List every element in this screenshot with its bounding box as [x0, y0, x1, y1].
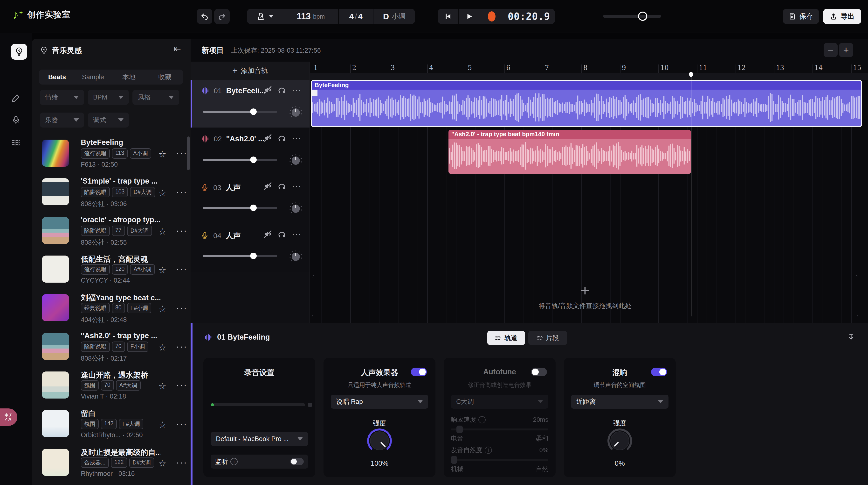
more-options-icon[interactable]: ···: [176, 148, 187, 159]
audio-clip[interactable]: ''Ash2.0' - trap type beat bpm140 fmin: [448, 130, 691, 174]
monitor-toggle[interactable]: [290, 458, 304, 465]
skip-to-start-button[interactable]: [438, 9, 458, 24]
volume-thumb[interactable]: [250, 109, 257, 115]
filter-调式[interactable]: 调式: [88, 113, 129, 127]
mute-button[interactable]: [264, 134, 272, 142]
metronome-button[interactable]: [247, 9, 283, 24]
filter-风格[interactable]: 风格: [132, 90, 179, 105]
library-tab-1[interactable]: Beats: [39, 69, 75, 85]
favorite-star-icon[interactable]: ☆: [158, 381, 166, 391]
pan-knob[interactable]: [289, 250, 303, 263]
more-options-icon[interactable]: ···: [176, 187, 187, 197]
bpm-control[interactable]: 113 bpm: [283, 9, 338, 24]
zoom-out-button[interactable]: −: [824, 43, 838, 57]
more-options-icon[interactable]: ···: [176, 380, 187, 391]
track-header-04[interactable]: 04 人声 ···: [191, 224, 310, 272]
more-options-icon[interactable]: ···: [176, 457, 187, 468]
list-item[interactable]: ''Ash2.0' - trap type ... 陷阱说唱 70 F小调 80…: [37, 330, 186, 367]
list-item[interactable]: 低配生活，高配灵魂 流行说唱 120 A#小调 CYCYCY · 02:44 ☆…: [37, 253, 186, 289]
list-item[interactable]: 刘福Yang type beat c... 经典说唱 80 F#小调 404公社…: [37, 291, 186, 328]
track-menu-icon[interactable]: ···: [292, 85, 302, 94]
list-item[interactable]: 及时止损是最高级的自... 合成器... 122 D#大调 Rhythmoor …: [37, 446, 186, 483]
input-device-select[interactable]: Default - MacBook Pro ...: [211, 432, 308, 446]
list-item[interactable]: 留白 氛围 142 F#大调 OrbictRhyto... · 02:50 ☆ …: [37, 407, 186, 444]
favorite-star-icon[interactable]: ☆: [158, 304, 166, 314]
play-button[interactable]: [459, 9, 480, 24]
volume-thumb[interactable]: [250, 253, 257, 259]
strength-knob[interactable]: [366, 428, 393, 454]
solo-headphones-button[interactable]: [277, 230, 286, 238]
more-options-icon[interactable]: ···: [176, 419, 187, 429]
pan-knob[interactable]: [289, 202, 303, 216]
vocal-effects-toggle[interactable]: [411, 368, 427, 376]
autotune-key-select[interactable]: C大调: [451, 395, 548, 409]
list-item[interactable]: 逢山开路，遇水架桥 氛围 70 A#大调 Vivian T · 02:18 ☆ …: [37, 369, 186, 405]
volume-slider[interactable]: [203, 255, 277, 257]
volume-thumb[interactable]: [250, 205, 257, 211]
reverb-strength-knob[interactable]: [607, 428, 633, 454]
filter-BPM[interactable]: BPM: [88, 90, 129, 105]
retune-slider-thumb[interactable]: [457, 426, 463, 433]
master-volume-slider[interactable]: [603, 15, 661, 18]
time-signature-control[interactable]: 4/4: [339, 9, 373, 24]
vocal-preset-select[interactable]: 说唱 Rap: [331, 395, 428, 409]
tab-tracks[interactable]: 轨道: [487, 331, 525, 345]
filter-情绪[interactable]: 情绪: [40, 90, 84, 105]
humanize-slider-thumb[interactable]: [451, 456, 457, 464]
volume-slider[interactable]: [203, 207, 277, 209]
autotune-toggle[interactable]: [531, 368, 547, 376]
pan-knob[interactable]: [289, 106, 303, 119]
track-header-01[interactable]: 01 ByteFeeli... ···: [191, 80, 310, 127]
list-item[interactable]: 'S1mple' - trap type ... 陷阱说唱 103 D#大调 8…: [37, 175, 186, 212]
filter-乐器[interactable]: 乐器: [40, 113, 84, 127]
pan-knob[interactable]: [289, 154, 303, 167]
track-menu-icon[interactable]: ···: [292, 181, 302, 191]
library-tab-2[interactable]: Sample: [75, 69, 111, 85]
sidebar-item-mix[interactable]: [8, 135, 24, 150]
favorite-star-icon[interactable]: ☆: [158, 265, 166, 275]
reverb-toggle[interactable]: [651, 368, 667, 376]
scrollbar-thumb[interactable]: [187, 137, 190, 170]
more-options-icon[interactable]: ···: [176, 226, 187, 236]
volume-thumb[interactable]: [250, 156, 257, 163]
dropzone[interactable]: + 将音轨/音频文件直接拖拽到此处: [312, 275, 858, 317]
mute-button[interactable]: [264, 182, 272, 190]
tab-clips[interactable]: 片段: [528, 331, 567, 345]
audio-clip[interactable]: ByteFeeling: [312, 81, 861, 126]
track-menu-icon[interactable]: ···: [292, 229, 302, 239]
volume-slider[interactable]: [203, 111, 277, 113]
track-header-02[interactable]: 02 ''Ash2.0' ... ···: [191, 128, 310, 176]
library-tab-4[interactable]: 收藏: [147, 69, 183, 85]
collapse-panel-icon[interactable]: ⇤: [174, 44, 181, 54]
solo-headphones-button[interactable]: [277, 86, 286, 94]
more-options-icon[interactable]: ···: [176, 303, 187, 313]
sidebar-item-inspiration[interactable]: [11, 44, 27, 60]
mute-button[interactable]: [264, 86, 272, 94]
record-button[interactable]: [480, 9, 503, 24]
favorite-star-icon[interactable]: ☆: [158, 342, 166, 353]
sidebar-item-compose[interactable]: [8, 90, 24, 106]
favorite-star-icon[interactable]: ☆: [158, 149, 166, 160]
more-options-icon[interactable]: ···: [176, 342, 187, 352]
translate-badge[interactable]: 中A: [0, 408, 18, 426]
save-button[interactable]: 保存: [783, 9, 819, 24]
favorite-star-icon[interactable]: ☆: [158, 227, 166, 237]
export-button[interactable]: 导出: [823, 9, 861, 24]
list-item[interactable]: 'oracle' - afropop typ... 陷阱说唱 77 D#大调 8…: [37, 214, 186, 251]
solo-headphones-button[interactable]: [277, 134, 286, 142]
list-item[interactable]: ByteFeeling 流行说唱 113 A小调 F613 · 02:50 ☆ …: [37, 137, 186, 173]
track-menu-icon[interactable]: ···: [292, 133, 302, 143]
library-tab-3[interactable]: 本地: [111, 69, 147, 85]
retune-slider[interactable]: [451, 428, 548, 430]
humanize-slider[interactable]: [451, 459, 548, 461]
clip-fade-handle[interactable]: [312, 90, 317, 96]
add-track-button[interactable]: + 添加音轨: [191, 62, 310, 80]
key-control[interactable]: D 小调: [373, 9, 415, 24]
undo-button[interactable]: [197, 9, 212, 24]
playhead-pin[interactable]: [688, 72, 694, 79]
more-options-icon[interactable]: ···: [176, 264, 187, 275]
master-volume-thumb[interactable]: [638, 11, 647, 21]
track-header-03[interactable]: 03 人声 ···: [191, 176, 310, 224]
solo-headphones-button[interactable]: [277, 182, 286, 190]
sidebar-item-record[interactable]: [8, 112, 24, 128]
